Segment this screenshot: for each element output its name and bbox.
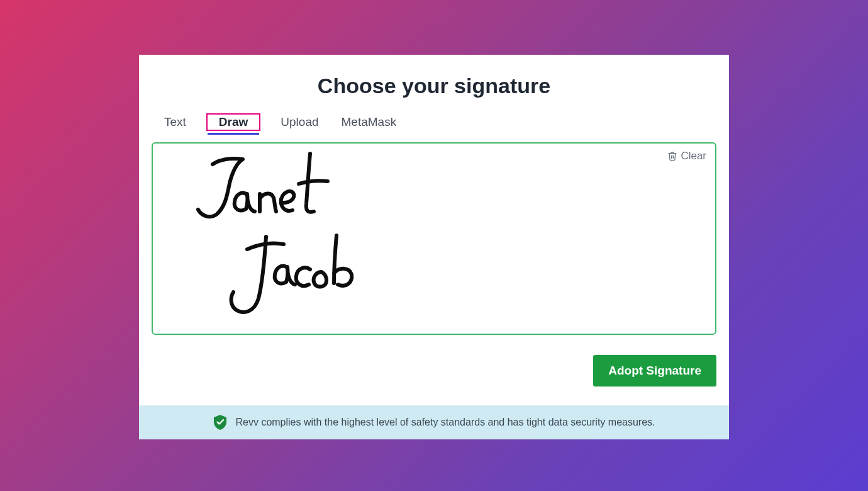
clear-button[interactable]: Clear xyxy=(667,150,706,162)
tab-text[interactable]: Text xyxy=(162,114,189,130)
tab-bar: Text Draw Upload MetaMask xyxy=(152,113,716,131)
shield-check-icon xyxy=(213,414,228,431)
security-footer: Revv complies with the highest level of … xyxy=(139,405,729,439)
tab-upload[interactable]: Upload xyxy=(278,114,321,130)
clear-label: Clear xyxy=(681,150,706,162)
tab-metamask[interactable]: MetaMask xyxy=(339,114,399,130)
drawn-signature xyxy=(184,149,518,325)
modal-content: Choose your signature Text Draw Upload M… xyxy=(139,55,729,405)
modal-title: Choose your signature xyxy=(152,74,716,98)
signature-canvas[interactable]: Clear xyxy=(152,142,716,335)
adopt-signature-button[interactable]: Adopt Signature xyxy=(593,355,716,387)
footer-message: Revv complies with the highest level of … xyxy=(235,417,655,428)
tab-draw[interactable]: Draw xyxy=(206,113,260,131)
trash-icon xyxy=(667,151,677,161)
action-row: Adopt Signature xyxy=(152,355,716,387)
signature-modal: Choose your signature Text Draw Upload M… xyxy=(139,55,729,439)
